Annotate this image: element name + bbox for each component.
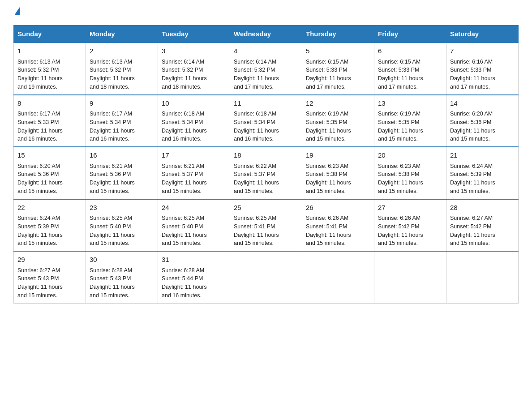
- day-number: 6: [378, 46, 442, 56]
- day-info: Sunrise: 6:28 AMSunset: 5:43 PMDaylight:…: [90, 266, 154, 300]
- calendar-week-row: 1Sunrise: 6:13 AMSunset: 5:32 PMDaylight…: [14, 43, 519, 95]
- day-info: Sunrise: 6:26 AMSunset: 5:42 PMDaylight:…: [378, 214, 442, 248]
- calendar-cell: [374, 251, 446, 303]
- calendar-week-row: 29Sunrise: 6:27 AMSunset: 5:43 PMDayligh…: [14, 251, 519, 303]
- col-header-tuesday: Tuesday: [158, 26, 230, 43]
- calendar-cell: 2Sunrise: 6:13 AMSunset: 5:32 PMDaylight…: [86, 43, 158, 95]
- day-number: 4: [234, 46, 298, 56]
- calendar-cell: 13Sunrise: 6:19 AMSunset: 5:35 PMDayligh…: [374, 95, 446, 147]
- day-info: Sunrise: 6:17 AMSunset: 5:34 PMDaylight:…: [90, 110, 154, 143]
- day-info: Sunrise: 6:26 AMSunset: 5:41 PMDaylight:…: [306, 214, 370, 248]
- day-info: Sunrise: 6:22 AMSunset: 5:37 PMDaylight:…: [234, 162, 298, 196]
- day-info: Sunrise: 6:27 AMSunset: 5:43 PMDaylight:…: [17, 266, 82, 300]
- day-number: 11: [234, 98, 298, 109]
- day-info: Sunrise: 6:15 AMSunset: 5:33 PMDaylight:…: [378, 58, 442, 91]
- day-number: 17: [162, 150, 226, 161]
- calendar-cell: 16Sunrise: 6:21 AMSunset: 5:36 PMDayligh…: [86, 147, 158, 199]
- day-number: 26: [306, 203, 370, 213]
- day-info: Sunrise: 6:14 AMSunset: 5:32 PMDaylight:…: [234, 58, 298, 91]
- calendar-cell: 19Sunrise: 6:23 AMSunset: 5:38 PMDayligh…: [302, 147, 374, 199]
- day-number: 9: [90, 98, 154, 109]
- day-info: Sunrise: 6:17 AMSunset: 5:33 PMDaylight:…: [17, 110, 82, 143]
- day-info: Sunrise: 6:18 AMSunset: 5:34 PMDaylight:…: [234, 110, 298, 143]
- calendar-cell: 28Sunrise: 6:27 AMSunset: 5:42 PMDayligh…: [446, 199, 519, 252]
- day-number: 14: [450, 98, 515, 109]
- calendar-cell: 29Sunrise: 6:27 AMSunset: 5:43 PMDayligh…: [14, 251, 86, 303]
- calendar-cell: 25Sunrise: 6:25 AMSunset: 5:41 PMDayligh…: [230, 199, 302, 252]
- calendar-cell: 12Sunrise: 6:19 AMSunset: 5:35 PMDayligh…: [302, 95, 374, 147]
- calendar-cell: 26Sunrise: 6:26 AMSunset: 5:41 PMDayligh…: [302, 199, 374, 252]
- day-number: 20: [378, 150, 442, 161]
- calendar-cell: 7Sunrise: 6:16 AMSunset: 5:33 PMDaylight…: [446, 43, 519, 95]
- day-number: 27: [378, 203, 442, 213]
- day-info: Sunrise: 6:27 AMSunset: 5:42 PMDaylight:…: [450, 214, 515, 248]
- logo: [13, 9, 20, 17]
- day-info: Sunrise: 6:13 AMSunset: 5:32 PMDaylight:…: [17, 58, 82, 91]
- day-number: 3: [162, 46, 226, 56]
- calendar-week-row: 8Sunrise: 6:17 AMSunset: 5:33 PMDaylight…: [14, 95, 519, 147]
- calendar-cell: 20Sunrise: 6:23 AMSunset: 5:38 PMDayligh…: [374, 147, 446, 199]
- day-number: 15: [17, 150, 82, 161]
- day-info: Sunrise: 6:19 AMSunset: 5:35 PMDaylight:…: [378, 110, 442, 143]
- calendar-cell: 1Sunrise: 6:13 AMSunset: 5:32 PMDaylight…: [14, 43, 86, 95]
- calendar-cell: 6Sunrise: 6:15 AMSunset: 5:33 PMDaylight…: [374, 43, 446, 95]
- day-info: Sunrise: 6:21 AMSunset: 5:37 PMDaylight:…: [162, 162, 226, 196]
- page-header: [13, 9, 519, 17]
- calendar-cell: 31Sunrise: 6:28 AMSunset: 5:44 PMDayligh…: [158, 251, 230, 303]
- calendar-cell: 14Sunrise: 6:20 AMSunset: 5:36 PMDayligh…: [446, 95, 519, 147]
- day-info: Sunrise: 6:20 AMSunset: 5:36 PMDaylight:…: [450, 110, 515, 143]
- day-info: Sunrise: 6:21 AMSunset: 5:36 PMDaylight:…: [90, 162, 154, 196]
- calendar-table: SundayMondayTuesdayWednesdayThursdayFrid…: [13, 25, 519, 304]
- day-info: Sunrise: 6:25 AMSunset: 5:40 PMDaylight:…: [162, 214, 226, 248]
- day-number: 30: [90, 255, 154, 265]
- day-info: Sunrise: 6:13 AMSunset: 5:32 PMDaylight:…: [90, 58, 154, 91]
- day-number: 5: [306, 46, 370, 56]
- calendar-cell: [446, 251, 519, 303]
- day-number: 21: [450, 150, 515, 161]
- calendar-cell: 11Sunrise: 6:18 AMSunset: 5:34 PMDayligh…: [230, 95, 302, 147]
- calendar-cell: 30Sunrise: 6:28 AMSunset: 5:43 PMDayligh…: [86, 251, 158, 303]
- day-number: 22: [17, 203, 82, 213]
- col-header-sunday: Sunday: [14, 26, 86, 43]
- day-info: Sunrise: 6:23 AMSunset: 5:38 PMDaylight:…: [378, 162, 442, 196]
- day-number: 29: [17, 255, 82, 265]
- logo-triangle-icon: [14, 7, 20, 15]
- calendar-cell: 4Sunrise: 6:14 AMSunset: 5:32 PMDaylight…: [230, 43, 302, 95]
- day-info: Sunrise: 6:15 AMSunset: 5:33 PMDaylight:…: [306, 58, 370, 91]
- col-header-thursday: Thursday: [302, 26, 374, 43]
- day-info: Sunrise: 6:24 AMSunset: 5:39 PMDaylight:…: [450, 162, 515, 196]
- day-info: Sunrise: 6:23 AMSunset: 5:38 PMDaylight:…: [306, 162, 370, 196]
- day-number: 13: [378, 98, 442, 109]
- day-info: Sunrise: 6:14 AMSunset: 5:32 PMDaylight:…: [162, 58, 226, 91]
- calendar-cell: 27Sunrise: 6:26 AMSunset: 5:42 PMDayligh…: [374, 199, 446, 252]
- calendar-cell: 22Sunrise: 6:24 AMSunset: 5:39 PMDayligh…: [14, 199, 86, 252]
- day-number: 31: [162, 255, 226, 265]
- col-header-wednesday: Wednesday: [230, 26, 302, 43]
- calendar-cell: 10Sunrise: 6:18 AMSunset: 5:34 PMDayligh…: [158, 95, 230, 147]
- day-number: 19: [306, 150, 370, 161]
- calendar-cell: 8Sunrise: 6:17 AMSunset: 5:33 PMDaylight…: [14, 95, 86, 147]
- calendar-cell: 23Sunrise: 6:25 AMSunset: 5:40 PMDayligh…: [86, 199, 158, 252]
- day-info: Sunrise: 6:28 AMSunset: 5:44 PMDaylight:…: [162, 266, 226, 300]
- calendar-cell: 18Sunrise: 6:22 AMSunset: 5:37 PMDayligh…: [230, 147, 302, 199]
- day-number: 16: [90, 150, 154, 161]
- calendar-cell: [302, 251, 374, 303]
- day-number: 8: [17, 98, 82, 109]
- day-number: 12: [306, 98, 370, 109]
- day-number: 25: [234, 203, 298, 213]
- day-number: 18: [234, 150, 298, 161]
- col-header-friday: Friday: [374, 26, 446, 43]
- calendar-week-row: 15Sunrise: 6:20 AMSunset: 5:36 PMDayligh…: [14, 147, 519, 199]
- calendar-cell: 15Sunrise: 6:20 AMSunset: 5:36 PMDayligh…: [14, 147, 86, 199]
- calendar-cell: 24Sunrise: 6:25 AMSunset: 5:40 PMDayligh…: [158, 199, 230, 252]
- calendar-cell: 3Sunrise: 6:14 AMSunset: 5:32 PMDaylight…: [158, 43, 230, 95]
- day-info: Sunrise: 6:25 AMSunset: 5:41 PMDaylight:…: [234, 214, 298, 248]
- calendar-cell: 5Sunrise: 6:15 AMSunset: 5:33 PMDaylight…: [302, 43, 374, 95]
- day-number: 10: [162, 98, 226, 109]
- day-number: 24: [162, 203, 226, 213]
- calendar-cell: [230, 251, 302, 303]
- day-number: 2: [90, 46, 154, 56]
- day-number: 23: [90, 203, 154, 213]
- day-info: Sunrise: 6:16 AMSunset: 5:33 PMDaylight:…: [450, 58, 515, 91]
- day-info: Sunrise: 6:19 AMSunset: 5:35 PMDaylight:…: [306, 110, 370, 143]
